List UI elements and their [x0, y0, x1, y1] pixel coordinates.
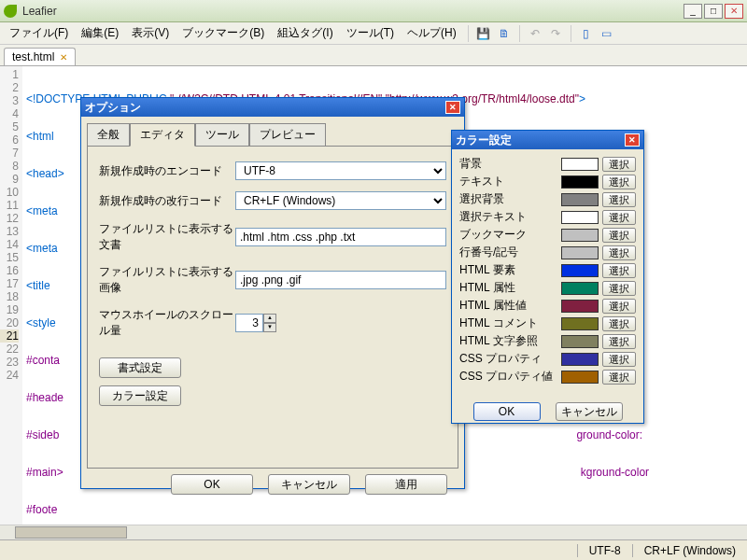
- color-label: HTML 文字参照: [459, 333, 561, 349]
- color-select-button[interactable]: 選択: [602, 175, 636, 189]
- newline-select[interactable]: CR+LF (Windows): [235, 191, 446, 210]
- minimize-button[interactable]: _: [684, 4, 702, 19]
- menu-tool[interactable]: ツール(T): [341, 23, 400, 43]
- options-titlebar[interactable]: オプション ✕: [81, 98, 464, 117]
- close-button[interactable]: ✕: [725, 4, 743, 19]
- title-bar: Leafier _ □ ✕: [0, 0, 747, 22]
- save-icon[interactable]: 💾: [476, 26, 491, 41]
- options-close-icon[interactable]: ✕: [445, 101, 460, 114]
- tab-tool[interactable]: ツール: [195, 123, 249, 147]
- color-select-button[interactable]: 選択: [602, 245, 636, 260]
- color-label: CSS プロパティ値: [459, 369, 561, 385]
- color-close-icon[interactable]: ✕: [625, 133, 640, 147]
- color-label: HTML 要素: [459, 262, 561, 278]
- color-titlebar[interactable]: カラー設定 ✕: [452, 131, 643, 149]
- undo-icon[interactable]: ↶: [528, 26, 543, 41]
- menu-bookmark[interactable]: ブックマーク(B): [176, 23, 270, 43]
- split-v-icon[interactable]: ▭: [599, 26, 614, 41]
- color-select-button[interactable]: 選択: [602, 210, 636, 225]
- maximize-button[interactable]: □: [704, 4, 723, 19]
- color-row: HTML コメント選択: [459, 315, 636, 332]
- options-title: オプション: [85, 100, 141, 116]
- color-settings-button[interactable]: カラー設定: [99, 385, 181, 406]
- color-row: HTML 属性選択: [459, 279, 636, 297]
- horizontal-scrollbar[interactable]: [0, 525, 747, 539]
- options-dialog: オプション ✕ 全般 エディタ ツール プレビュー 新規作成時のエンコード UT…: [80, 97, 465, 489]
- color-row: CSS プロパティ選択: [459, 350, 636, 368]
- color-swatch: [561, 246, 599, 259]
- label-encoding: 新規作成時のエンコード: [99, 163, 235, 179]
- color-select-button[interactable]: 選択: [602, 157, 636, 172]
- color-swatch: [561, 353, 599, 366]
- color-list: 背景選択テキスト選択選択背景選択選択テキスト選択ブックマーク選択行番号/記号選択…: [452, 149, 643, 395]
- color-swatch: [561, 335, 599, 348]
- color-swatch: [561, 229, 599, 242]
- filelist-doc-input[interactable]: [235, 228, 446, 246]
- menu-bar: ファイル(F) 編集(E) 表示(V) ブックマーク(B) 組込タグ(I) ツー…: [0, 22, 747, 45]
- color-label: HTML 属性値: [459, 298, 561, 314]
- color-label: テキスト: [459, 174, 561, 189]
- scroll-input[interactable]: [235, 314, 263, 332]
- color-ok-button[interactable]: OK: [473, 402, 541, 421]
- split-h-icon[interactable]: ▯: [579, 26, 594, 41]
- tab-editor[interactable]: エディタ: [130, 123, 195, 147]
- menu-insert[interactable]: 組込タグ(I): [272, 23, 338, 43]
- color-row: CSS プロパティ値選択: [459, 368, 636, 385]
- options-cancel-button[interactable]: キャンセル: [268, 474, 350, 495]
- color-label: HTML コメント: [459, 315, 561, 331]
- label-filelist-doc: ファイルリストに表示する文書: [99, 221, 235, 253]
- options-apply-button[interactable]: 適用: [365, 474, 447, 495]
- menu-edit[interactable]: 編集(E): [76, 23, 124, 43]
- label-scroll: マウスホイールのスクロール量: [99, 307, 235, 339]
- color-swatch: [561, 175, 599, 189]
- app-icon: [4, 5, 17, 18]
- color-swatch: [561, 371, 599, 384]
- color-row: HTML 要素選択: [459, 261, 636, 279]
- color-label: HTML 属性: [459, 280, 561, 296]
- tab-general[interactable]: 全般: [87, 123, 130, 147]
- status-encoding: UTF-8: [577, 544, 632, 557]
- menu-file[interactable]: ファイル(F): [4, 23, 74, 43]
- label-newline: 新規作成時の改行コード: [99, 193, 235, 209]
- color-label: 選択テキスト: [459, 209, 561, 225]
- color-select-button[interactable]: 選択: [602, 192, 636, 207]
- color-swatch: [561, 264, 599, 277]
- color-select-button[interactable]: 選択: [602, 263, 636, 278]
- color-row: HTML 文字参照選択: [459, 332, 636, 350]
- color-label: 行番号/記号: [459, 245, 561, 260]
- color-row: 選択テキスト選択: [459, 208, 636, 226]
- file-tab[interactable]: test.html ✕: [4, 48, 76, 65]
- color-select-button[interactable]: 選択: [602, 299, 636, 314]
- color-cancel-button[interactable]: キャンセル: [556, 402, 623, 421]
- spin-up-icon[interactable]: ▲: [263, 314, 276, 323]
- color-select-button[interactable]: 選択: [602, 370, 636, 385]
- menu-view[interactable]: 表示(V): [126, 23, 175, 43]
- save-all-icon[interactable]: 🗎: [497, 26, 512, 41]
- color-select-button[interactable]: 選択: [602, 281, 636, 296]
- color-row: ブックマーク選択: [459, 226, 636, 244]
- format-settings-button[interactable]: 書式設定: [99, 357, 181, 378]
- color-select-button[interactable]: 選択: [602, 334, 636, 349]
- tab-preview[interactable]: プレビュー: [249, 123, 326, 147]
- redo-icon[interactable]: ↷: [548, 26, 563, 41]
- color-label: 選択背景: [459, 191, 561, 207]
- options-ok-button[interactable]: OK: [171, 474, 253, 495]
- tab-close-icon[interactable]: ✕: [60, 52, 67, 63]
- encoding-select[interactable]: UTF-8: [235, 161, 446, 180]
- color-swatch: [561, 300, 599, 313]
- color-label: CSS プロパティ: [459, 351, 561, 367]
- scrollbar-thumb[interactable]: [15, 526, 127, 539]
- color-select-button[interactable]: 選択: [602, 352, 636, 367]
- spin-down-icon[interactable]: ▼: [263, 323, 276, 332]
- color-row: 行番号/記号選択: [459, 244, 636, 261]
- color-row: HTML 属性値選択: [459, 297, 636, 315]
- color-swatch: [561, 211, 599, 224]
- color-dialog: カラー設定 ✕ 背景選択テキスト選択選択背景選択選択テキスト選択ブックマーク選択…: [451, 130, 644, 424]
- color-row: 背景選択: [459, 155, 636, 173]
- status-newline: CR+LF (Windows): [632, 544, 747, 557]
- filelist-img-input[interactable]: [235, 271, 446, 289]
- color-select-button[interactable]: 選択: [602, 228, 636, 243]
- file-tab-label: test.html: [12, 50, 54, 63]
- color-select-button[interactable]: 選択: [602, 316, 636, 331]
- menu-help[interactable]: ヘルプ(H): [402, 23, 462, 43]
